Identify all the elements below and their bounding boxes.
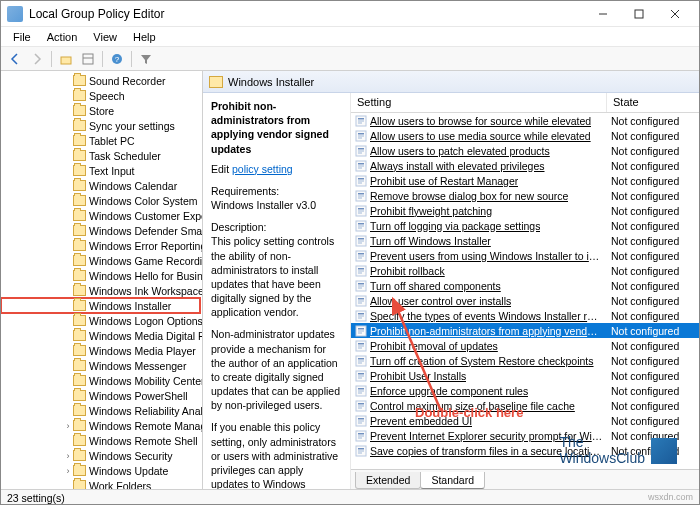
svg-rect-35 — [358, 210, 364, 211]
tree-node[interactable]: Tablet PC — [1, 133, 200, 148]
tree-node[interactable]: Speech — [1, 88, 200, 103]
setting-row[interactable]: Prohibit User InstallsNot configured — [351, 368, 699, 383]
svg-rect-4 — [61, 57, 71, 64]
tree-node-label: Windows Calendar — [89, 180, 177, 192]
tree-node[interactable]: Windows Hello for Business — [1, 268, 200, 283]
setting-row[interactable]: Specify the types of events Windows Inst… — [351, 308, 699, 323]
tree-node[interactable]: Windows Calendar — [1, 178, 200, 193]
tree-node[interactable]: Windows Installer — [1, 298, 200, 313]
svg-rect-30 — [358, 193, 364, 195]
svg-rect-46 — [358, 253, 364, 255]
setting-row[interactable]: Prevent users from using Windows Install… — [351, 248, 699, 263]
setting-row[interactable]: Control maximum size of baseline file ca… — [351, 398, 699, 413]
setting-row[interactable]: Allow users to use media source while el… — [351, 128, 699, 143]
tree-node[interactable]: ›Windows Update — [1, 463, 200, 478]
tree-node[interactable]: Windows Ink Workspace — [1, 283, 200, 298]
forward-button[interactable] — [27, 49, 47, 69]
show-hide-button[interactable] — [78, 49, 98, 69]
tree-node[interactable]: Windows Media Digital Rights I — [1, 328, 200, 343]
tree-node[interactable]: Windows Color System — [1, 193, 200, 208]
svg-rect-84 — [358, 392, 362, 393]
policy-icon — [355, 220, 367, 232]
folder-icon — [73, 120, 86, 131]
tree-node[interactable]: Windows Remote Shell — [1, 433, 200, 448]
setting-row[interactable]: Prevent embedded UINot configured — [351, 413, 699, 428]
setting-state: Not configured — [607, 355, 699, 367]
tree-node[interactable]: Sync your settings — [1, 118, 200, 133]
tree-node[interactable]: Windows Reliability Analysis — [1, 403, 200, 418]
tree-node[interactable]: Windows Logon Options — [1, 313, 200, 328]
filter-button[interactable] — [136, 49, 156, 69]
tree-node[interactable]: Windows Game Recording and — [1, 253, 200, 268]
close-button[interactable] — [657, 3, 693, 25]
setting-row[interactable]: Turn off logging via package settingsNot… — [351, 218, 699, 233]
tree-node-label: Windows Customer Experience — [89, 210, 203, 222]
setting-row[interactable]: Prohibit rollbackNot configured — [351, 263, 699, 278]
col-state[interactable]: State — [607, 93, 699, 112]
policy-icon — [355, 340, 367, 352]
tree-node[interactable]: Sound Recorder — [1, 73, 200, 88]
tab-extended[interactable]: Extended — [355, 472, 421, 489]
svg-rect-62 — [358, 313, 364, 315]
menu-view[interactable]: View — [85, 29, 125, 45]
tree-node[interactable]: Text Input — [1, 163, 200, 178]
policy-icon — [355, 190, 367, 202]
setting-row[interactable]: Prohibit use of Restart ManagerNot confi… — [351, 173, 699, 188]
back-button[interactable] — [5, 49, 25, 69]
setting-name: Prohibit non-administrators from applyin… — [370, 325, 603, 337]
tree-node-label: Store — [89, 105, 114, 117]
setting-row[interactable]: Remove browse dialog box for new sourceN… — [351, 188, 699, 203]
setting-row[interactable]: Turn off creation of System Restore chec… — [351, 353, 699, 368]
tree-node[interactable]: Task Scheduler — [1, 148, 200, 163]
setting-row[interactable]: Allow users to browse for source while e… — [351, 113, 699, 128]
policy-tree[interactable]: Sound RecorderSpeechStoreSync your setti… — [1, 71, 203, 489]
status-bar: 23 setting(s) — [1, 489, 699, 505]
svg-rect-51 — [358, 270, 364, 271]
setting-row[interactable]: Turn off Windows InstallerNot configured — [351, 233, 699, 248]
tree-node[interactable]: Windows Defender SmartScreen — [1, 223, 200, 238]
setting-row[interactable]: Always install with elevated privilegesN… — [351, 158, 699, 173]
tab-standard[interactable]: Standard — [420, 472, 485, 489]
tree-node[interactable]: Windows PowerShell — [1, 388, 200, 403]
menu-help[interactable]: Help — [125, 29, 164, 45]
tree-node[interactable]: ›Windows Security — [1, 448, 200, 463]
menu-file[interactable]: File — [5, 29, 39, 45]
tree-node[interactable]: Windows Messenger — [1, 358, 200, 373]
watermark-logo: TheWindowsClub — [559, 435, 677, 466]
tree-node[interactable]: ›Windows Remote Management — [1, 418, 200, 433]
setting-row[interactable]: Prohibit flyweight patchingNot configure… — [351, 203, 699, 218]
tree-node[interactable]: Windows Error Reporting — [1, 238, 200, 253]
up-button[interactable] — [56, 49, 76, 69]
content-title: Windows Installer — [228, 76, 314, 88]
policy-icon — [355, 295, 367, 307]
setting-name: Always install with elevated privileges — [370, 160, 545, 172]
menu-action[interactable]: Action — [39, 29, 86, 45]
setting-row[interactable]: Prohibit removal of updatesNot configure… — [351, 338, 699, 353]
tree-node-label: Text Input — [89, 165, 135, 177]
source-watermark: wsxdn.com — [648, 492, 693, 502]
policy-icon — [355, 400, 367, 412]
col-setting[interactable]: Setting — [351, 93, 607, 112]
edit-policy-link[interactable]: policy setting — [232, 163, 293, 175]
maximize-button[interactable] — [621, 3, 657, 25]
settings-list[interactable]: Allow users to browse for source while e… — [351, 113, 699, 469]
minimize-button[interactable] — [585, 3, 621, 25]
tree-node[interactable]: Store — [1, 103, 200, 118]
setting-row[interactable]: Allow users to patch elevated productsNo… — [351, 143, 699, 158]
tree-node[interactable]: Windows Mobility Center — [1, 373, 200, 388]
setting-row[interactable]: Enforce upgrade component rulesNot confi… — [351, 383, 699, 398]
svg-rect-5 — [83, 54, 93, 64]
setting-row[interactable]: Allow user control over installsNot conf… — [351, 293, 699, 308]
svg-rect-22 — [358, 163, 364, 165]
help-button[interactable]: ? — [107, 49, 127, 69]
svg-rect-39 — [358, 225, 364, 226]
svg-rect-92 — [358, 422, 362, 423]
setting-row[interactable]: Turn off shared componentsNot configured — [351, 278, 699, 293]
policy-icon — [355, 250, 367, 262]
tree-node[interactable]: Windows Customer Experience — [1, 208, 200, 223]
setting-row[interactable]: Prohibit non-administrators from applyin… — [351, 323, 699, 338]
tree-node[interactable]: Work Folders — [1, 478, 200, 489]
tree-node[interactable]: Windows Media Player — [1, 343, 200, 358]
policy-icon — [355, 160, 367, 172]
svg-rect-32 — [358, 197, 362, 198]
